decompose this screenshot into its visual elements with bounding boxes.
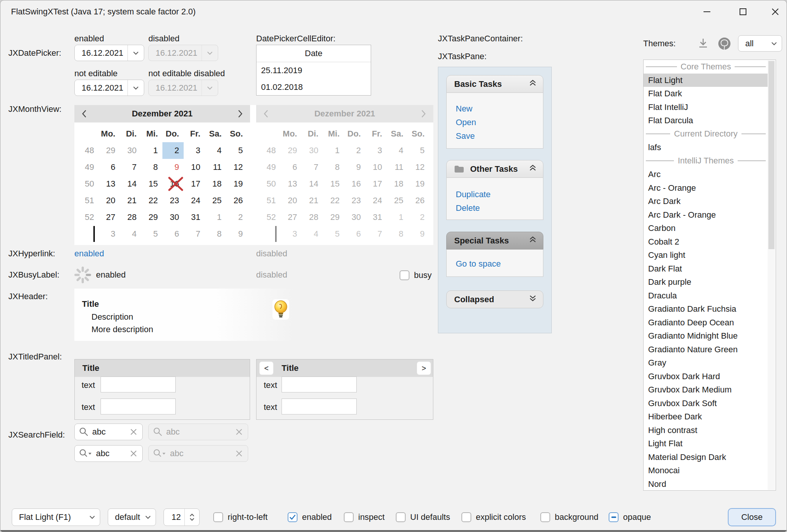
text-input-2[interactable] xyxy=(101,399,176,414)
calendar-day[interactable]: 28 xyxy=(120,209,141,226)
task-link-save[interactable]: Save xyxy=(447,129,543,143)
task-link-new[interactable]: New xyxy=(447,102,543,116)
taskpane-header[interactable]: Special Tasks xyxy=(446,232,543,250)
chevron-double-up-icon[interactable] xyxy=(529,79,537,89)
theme-list-item[interactable]: Cobalt 2 xyxy=(644,235,768,249)
calendar-day[interactable]: 12 xyxy=(226,159,247,176)
calendar-day[interactable]: 6 xyxy=(99,159,120,176)
calendar-day[interactable]: 5 xyxy=(141,226,162,242)
checkbox-box[interactable] xyxy=(540,512,550,522)
theme-list-item[interactable]: Dark Flat xyxy=(644,262,768,276)
theme-list-item[interactable]: Arc Dark - Orange xyxy=(644,208,768,222)
calendar-day[interactable]: 30 xyxy=(120,142,141,159)
checkbox-box[interactable] xyxy=(288,512,297,522)
theme-list-item[interactable]: Arc Dark xyxy=(644,195,768,208)
github-icon[interactable] xyxy=(717,36,732,51)
calendar-day[interactable]: 1 xyxy=(141,142,162,159)
calendar-day[interactable]: 30 xyxy=(162,209,184,226)
calendar-day[interactable]: 24 xyxy=(184,192,205,209)
calendar-day[interactable]: 10 xyxy=(184,159,205,176)
text-input-2[interactable] xyxy=(282,399,357,414)
theme-list-item[interactable]: Cyan light xyxy=(644,248,768,262)
theme-list-item[interactable]: Arc - Orange xyxy=(644,181,768,195)
theme-list-item[interactable]: Dark purple xyxy=(644,275,768,289)
calendar-day[interactable]: 6 xyxy=(162,226,184,242)
calendar-day[interactable]: 21 xyxy=(120,192,141,209)
calendar-day[interactable]: 13 xyxy=(99,176,120,192)
checkbox-ui-defaults[interactable]: UI defaults xyxy=(396,512,450,523)
theme-list-item[interactable]: Gray xyxy=(644,356,768,370)
title-bar[interactable]: FlatSwingXTest (Java 17; system scale fa… xyxy=(0,0,787,23)
calendar-day[interactable]: 7 xyxy=(120,159,141,176)
close-dialog-button[interactable]: Close xyxy=(728,508,776,526)
table-column-header[interactable]: Date xyxy=(257,45,371,62)
theme-list-item[interactable]: High contrast xyxy=(644,424,768,437)
previous-month-button[interactable] xyxy=(74,110,94,118)
theme-list-item[interactable]: Material Design Dark xyxy=(644,450,768,464)
maximize-button[interactable] xyxy=(731,0,755,23)
theme-list-item[interactable]: Gruvbox Dark Hard xyxy=(644,370,768,383)
calendar-day[interactable]: 3 xyxy=(99,226,120,242)
checkbox-box[interactable] xyxy=(344,512,354,522)
theme-list-item[interactable]: Flat Dark xyxy=(644,87,768,100)
calendar-day[interactable]: 19 xyxy=(226,176,247,192)
calendar-day[interactable]: 14 xyxy=(120,176,141,192)
scrollbar-thumb[interactable] xyxy=(768,61,774,249)
close-button[interactable] xyxy=(763,0,787,23)
calendar-day[interactable]: 23 xyxy=(162,192,184,209)
calendar-day[interactable]: 4 xyxy=(120,226,141,242)
checkbox-inspect[interactable]: inspect xyxy=(344,512,385,523)
chevron-down-icon[interactable] xyxy=(127,80,144,96)
checkbox-right-to-left[interactable]: right-to-left xyxy=(213,512,268,523)
themes-filter-combobox[interactable]: all xyxy=(738,35,782,52)
calendar-day[interactable]: 22 xyxy=(141,192,162,209)
download-icon[interactable] xyxy=(697,37,710,50)
table-row[interactable]: 01.02.2018 xyxy=(257,79,371,96)
calendar-day[interactable]: 9 xyxy=(162,159,184,176)
calendar-day[interactable]: 29 xyxy=(99,142,120,159)
text-input-1[interactable] xyxy=(101,377,176,392)
scrollbar[interactable] xyxy=(768,60,775,490)
task-link-duplicate[interactable]: Duplicate xyxy=(447,188,543,201)
theme-list-item[interactable]: Gradianto Midnight Blue xyxy=(644,329,768,343)
theme-list-item[interactable]: Nord xyxy=(644,477,768,491)
checkbox-opaque[interactable]: opaque xyxy=(609,512,651,523)
busy-checkbox[interactable]: busy xyxy=(400,270,431,281)
task-link-go-to-space[interactable]: Go to space xyxy=(447,257,543,271)
panel-prev-button[interactable]: < xyxy=(260,362,273,375)
theme-list-item[interactable]: Light Flat xyxy=(644,437,768,450)
clear-icon[interactable] xyxy=(129,424,139,440)
datepicker-not-editable[interactable]: 16.12.2021 xyxy=(74,80,144,96)
calendar-day[interactable]: 7 xyxy=(184,226,205,242)
chevron-double-up-icon[interactable] xyxy=(529,236,537,246)
chevron-down-icon[interactable] xyxy=(189,518,195,521)
checkbox-box[interactable] xyxy=(461,512,471,522)
calendar-day[interactable]: 25 xyxy=(205,192,226,209)
checkbox-enabled[interactable]: enabled xyxy=(288,512,332,523)
calendar-day[interactable]: 5 xyxy=(226,142,247,159)
table-row[interactable]: 25.11.2019 xyxy=(257,62,371,79)
calendar-day[interactable]: 2 xyxy=(162,142,184,159)
theme-list-item[interactable]: Gradianto Nature Green xyxy=(644,343,768,356)
taskpane-header[interactable]: Collapsed xyxy=(446,290,543,308)
checkbox-box[interactable] xyxy=(400,270,409,280)
task-link-open[interactable]: Open xyxy=(447,116,543,129)
taskpane-header[interactable]: Basic Tasks xyxy=(446,75,543,93)
checkbox-box[interactable] xyxy=(213,512,223,522)
font-size-spinner[interactable]: 12 xyxy=(164,508,200,526)
chevron-double-down-icon[interactable] xyxy=(529,295,537,304)
theme-list-item[interactable]: Gruvbox Dark Medium xyxy=(644,383,768,397)
chevron-up-icon[interactable] xyxy=(189,513,195,517)
text-input-1[interactable] xyxy=(282,377,357,392)
scale-combobox[interactable]: default xyxy=(108,508,156,526)
theme-list-item[interactable]: Carbon xyxy=(644,221,768,235)
calendar-day[interactable]: 2 xyxy=(226,209,247,226)
theme-list-item[interactable]: Monocai xyxy=(644,464,768,477)
checkbox-box[interactable] xyxy=(396,512,406,522)
clear-icon[interactable] xyxy=(129,446,139,461)
spinner-buttons[interactable] xyxy=(184,509,199,526)
theme-list-item[interactable]: Gradianto Deep Ocean xyxy=(644,316,768,330)
calendar-day[interactable]: 29 xyxy=(141,209,162,226)
search-field-menu-enabled[interactable]: abc xyxy=(74,445,143,462)
calendar-day[interactable]: 4 xyxy=(205,142,226,159)
